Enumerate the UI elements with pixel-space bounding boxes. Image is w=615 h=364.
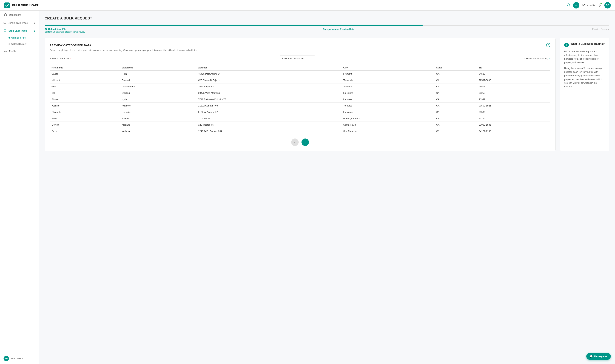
table-cell: Ball	[50, 90, 120, 96]
table-cell: 6122 W Avenue K2	[196, 109, 342, 115]
svg-point-6	[5, 50, 6, 51]
sidebar-item-single-skip-trace[interactable]: Single Skip Trace ▾	[0, 19, 39, 27]
svg-line-2	[569, 5, 570, 6]
svg-rect-0	[4, 2, 10, 8]
content-row: PREVIEW CATEGORIZED DATA ? Before comple…	[45, 38, 609, 151]
name-list-label-wrap: NAME YOUR LIST *	[50, 57, 71, 60]
search-icon[interactable]	[567, 3, 570, 7]
table-cell: CA	[435, 83, 477, 90]
step-1-title: Upload Your File	[48, 28, 66, 30]
table-row: PabloRivero3107 Hill StHuntington ParkCA…	[50, 115, 550, 121]
table-row: ElizabethHenarios6122 W Avenue K2Lancast…	[50, 109, 550, 115]
step-2-label[interactable]: Categorize and Preview Data	[323, 28, 355, 33]
top-navigation: BULK SKIP TRACE + 961 credits BD	[0, 0, 615, 11]
table-cell: CA	[435, 77, 477, 83]
table-cell: 45425 Potawatami Dr	[196, 71, 342, 77]
step-1-label[interactable]: Upload Your File California Unclaimed_08…	[45, 28, 85, 33]
table-cell: 94539	[477, 71, 550, 77]
name-list-input[interactable]	[280, 55, 315, 61]
sidebar-item-profile[interactable]: Profile	[0, 47, 39, 55]
user-avatar-button[interactable]: BD	[604, 2, 611, 9]
table-cell: CA	[435, 71, 477, 77]
table-cell: Magana	[120, 121, 196, 128]
step-2-title: Categorize and Preview Data	[323, 28, 355, 30]
notifications-icon[interactable]	[598, 3, 601, 7]
table-row: GertGeisslreither2521 Eagle AveAlamedaCA…	[50, 83, 550, 90]
info-card: ? What is Bulk Skip Tracing? BST's bulk …	[560, 38, 609, 151]
table-cell: Yoshiko	[50, 103, 120, 109]
col-city: City	[342, 65, 435, 71]
info-icon: ?	[564, 43, 569, 47]
table-cell: C/O Shana D Fajardo	[196, 77, 342, 83]
app-title: BULK SKIP TRACE	[12, 4, 39, 7]
app-layout: Dashboard Single Skip Trace ▾ Bulk Skip …	[0, 11, 615, 364]
preview-card: PREVIEW CATEGORIZED DATA ? Before comple…	[45, 38, 556, 151]
table-row: DavidVallance1240 14Th Ave Apt 204San Fr…	[50, 128, 550, 134]
col-firstname: First name	[50, 65, 120, 71]
table-cell: CA	[435, 103, 477, 109]
svg-rect-3	[4, 22, 6, 24]
add-credits-button[interactable]: +	[573, 2, 579, 9]
bulk-skip-label-wrap: Bulk Skip Trace	[3, 29, 27, 32]
show-mapping-label: Show Mapping	[533, 57, 548, 60]
table-cell: Rivero	[120, 115, 196, 121]
table-cell: CA	[435, 96, 477, 103]
user-profile-footer[interactable]: BD BST DEMO	[0, 353, 39, 364]
preview-card-title: PREVIEW CATEGORIZED DATA	[50, 44, 91, 47]
col-state: State	[435, 65, 477, 71]
table-cell: Gert	[50, 83, 120, 90]
table-cell: 5712 Baltimore Dr Unit 476	[196, 96, 342, 103]
check-circle-icon	[45, 28, 47, 30]
single-skip-label-wrap: Single Skip Trace	[3, 22, 28, 25]
chevron-down-icon: ▾	[34, 22, 35, 25]
table-cell: 3107 Hill St	[196, 115, 342, 121]
info-card-header: ? What is Bulk Skip Tracing?	[564, 42, 605, 47]
table-cell: 93536	[477, 109, 550, 115]
info-card-title: What is Bulk Skip Tracing?	[571, 42, 605, 45]
table-cell: Torrance	[342, 103, 435, 109]
back-button[interactable]: ←	[291, 139, 299, 146]
col-lastname: Last name	[120, 65, 196, 71]
show-mapping-toggle[interactable]: 6 Feilds Show Mapping ▾	[524, 57, 550, 60]
table-cell: CA	[435, 121, 477, 128]
step-3-title: Finalize Request	[592, 28, 609, 30]
info-card-body: BST's bulk search is a quick and effecti…	[564, 50, 605, 89]
help-icon[interactable]: ?	[546, 43, 550, 47]
chevron-down-icon: ▾	[549, 57, 550, 60]
table-cell: Vallance	[120, 128, 196, 134]
table-cell: Sterling	[120, 90, 196, 96]
message-us-label: Message us	[594, 355, 607, 358]
book-icon	[3, 29, 6, 32]
table-cell: Sharon	[50, 96, 120, 103]
table-cell: Henarios	[120, 109, 196, 115]
inactive-dot	[9, 43, 10, 45]
table-cell: CA	[435, 128, 477, 134]
step-1-subtitle: California Unclaimed_081223_complete.csv	[45, 31, 85, 33]
table-cell: 90502-1921	[477, 103, 550, 109]
next-button[interactable]: →	[301, 139, 309, 146]
upload-file-label: Upload a File	[11, 37, 26, 39]
table-cell: Monica	[50, 121, 120, 128]
step-3-label[interactable]: Finalize Request	[592, 28, 609, 33]
table-cell: San Francisco	[342, 128, 435, 134]
preview-card-description: Before completing, please review your da…	[50, 49, 550, 52]
user-avatar-small: BD	[3, 356, 9, 361]
stepper-labels: Upload Your File California Unclaimed_08…	[45, 28, 609, 33]
sidebar-item-bulk-skip-trace[interactable]: Bulk Skip Trace ▴	[0, 27, 39, 35]
sidebar-subitem-upload-file[interactable]: Upload a File	[9, 35, 39, 41]
table-cell: La Mesa	[342, 96, 435, 103]
message-us-button[interactable]: 💬 Message us	[586, 353, 611, 360]
table-header-row: First name Last name Address City State …	[50, 65, 550, 71]
upload-history-label: Upload History	[11, 43, 26, 45]
sidebar-subitem-upload-history[interactable]: Upload History	[9, 41, 39, 47]
table-cell: 92253	[477, 90, 550, 96]
profile-label: Profile	[9, 50, 16, 53]
svg-point-7	[45, 28, 47, 30]
sidebar-item-dashboard[interactable]: Dashboard	[0, 11, 39, 19]
nav-actions: + 961 credits BD	[567, 2, 611, 9]
message-icon: 💬	[590, 355, 593, 358]
single-skip-trace-label: Single Skip Trace	[9, 22, 28, 25]
home-icon	[4, 13, 7, 17]
main-content: CREATE A BULK REQUEST Upload Your File C…	[39, 11, 615, 364]
table-cell: Lancaster	[342, 109, 435, 115]
